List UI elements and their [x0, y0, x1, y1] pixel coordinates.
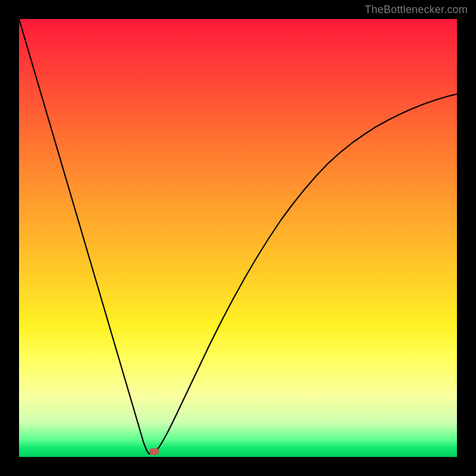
chart-frame: TheBottlenecker.com	[0, 0, 476, 476]
bottleneck-curve	[19, 19, 457, 457]
watermark-text: TheBottlenecker.com	[365, 4, 468, 16]
plot-area	[19, 19, 457, 457]
optimal-point-marker	[149, 448, 159, 455]
curve-path	[19, 19, 457, 454]
